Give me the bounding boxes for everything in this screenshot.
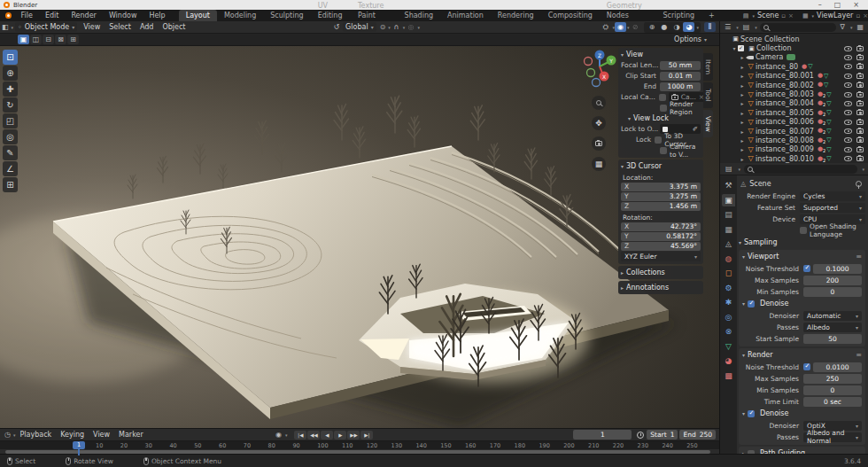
disable-render-camera-icon[interactable]	[856, 147, 864, 152]
timeline-tick[interactable]: 250	[686, 442, 697, 449]
exclude-checkbox[interactable]	[738, 45, 744, 51]
collapsed-panel[interactable]: ▸Collections	[618, 266, 703, 279]
hide-viewport-eye-icon[interactable]	[844, 55, 852, 60]
hide-viewport-eye-icon[interactable]	[844, 64, 852, 69]
select-mode-extend-icon[interactable]: ◫	[30, 35, 42, 44]
sidebar-tab[interactable]: Item	[703, 53, 713, 81]
outliner-row[interactable]: ▸ instance_80.009 ●2 ▽	[720, 145, 868, 154]
tool-button[interactable]: ⊕	[3, 66, 18, 81]
disable-render-camera-icon[interactable]	[856, 101, 864, 106]
viewport-subpanel-header[interactable]: ▾Viewport ≡	[742, 251, 862, 262]
workspace-tab[interactable]: Texture Paint	[351, 0, 397, 21]
transport-button[interactable]: ▶|	[360, 431, 373, 440]
preset-menu-icon[interactable]: ≡	[856, 253, 862, 261]
lock-3d-cursor-checkbox[interactable]	[655, 136, 662, 144]
properties-tab[interactable]: ◬	[722, 237, 735, 250]
vp-denoise-header[interactable]: ▾ Denoise	[742, 298, 862, 309]
camera-view-icon[interactable]	[592, 136, 606, 151]
disclosure-icon[interactable]: ▸	[739, 54, 746, 60]
outliner-row[interactable]: ▸ instance_80 ● ▽	[720, 62, 868, 71]
timeline-tick[interactable]: 200	[563, 442, 574, 449]
hide-viewport-eye-icon[interactable]	[844, 92, 852, 97]
view-panel-header[interactable]: ▾View	[621, 50, 701, 59]
viewport-render[interactable]	[0, 46, 719, 428]
hide-viewport-eye-icon[interactable]	[844, 101, 852, 106]
outliner-row[interactable]: ▸ Camera	[720, 53, 868, 62]
disclosure-icon[interactable]: ▸	[739, 137, 746, 144]
editor-type-icon[interactable]: ◧	[0, 23, 11, 31]
path-guiding-subpanel[interactable]: ▸ Path Guiding	[739, 447, 865, 454]
vp-passes-dropdown[interactable]: Albedo	[803, 323, 862, 332]
transport-button[interactable]: ▶▶	[347, 431, 360, 440]
disclosure-icon[interactable]: ▸	[739, 128, 746, 135]
properties-search-input[interactable]	[744, 165, 857, 174]
current-frame-field[interactable]: 1	[573, 430, 632, 440]
zoom-icon[interactable]	[592, 96, 606, 110]
workspace-tab[interactable]: Sculpting	[263, 10, 310, 21]
hide-viewport-eye-icon[interactable]	[844, 74, 852, 79]
options-dropdown[interactable]: Options	[674, 35, 707, 43]
disclosure-icon[interactable]: ▸	[739, 64, 746, 70]
shading-material-icon[interactable]: ◑	[670, 22, 682, 32]
timeline-tick[interactable]: 210	[588, 442, 599, 449]
vp-start-sample[interactable]: 50	[803, 334, 862, 344]
disable-render-camera-icon[interactable]	[856, 46, 864, 51]
disclosure-icon[interactable]: ▸	[739, 156, 746, 162]
outliner-editor-icon[interactable]: ☰	[723, 23, 732, 31]
snap-magnet-icon[interactable]: ∩	[391, 22, 402, 32]
cursor-location-field[interactable]: Z1.456 m	[621, 202, 701, 211]
viewport-3d[interactable]: ⊡⊕✚↻◰◎✎∠⊞ Z Y X ✥ ▦ ▾View	[0, 46, 719, 428]
cursor-rotation-field[interactable]: Y0.58172°	[621, 232, 701, 241]
transport-button[interactable]: |◀	[294, 431, 306, 440]
disable-render-camera-icon[interactable]	[856, 137, 864, 143]
r-max-samples[interactable]: 250	[803, 374, 862, 384]
select-mode-intersect-icon[interactable]: ⊞	[67, 35, 79, 44]
properties-tab[interactable]: ⊗	[722, 325, 735, 338]
cursor-rotation-field[interactable]: Z45.569°	[621, 242, 701, 251]
pivot-point-icon[interactable]: ⊙	[378, 23, 388, 31]
display-mode-icon[interactable]: ▤	[741, 23, 752, 31]
timeline-tick[interactable]: 240	[662, 442, 672, 449]
pan-hand-icon[interactable]: ✥	[592, 116, 606, 130]
properties-tab[interactable]: ▽	[722, 340, 735, 353]
properties-tab[interactable]: ▩	[722, 370, 735, 382]
select-mode-set-icon[interactable]: ▣	[18, 35, 29, 44]
hide-viewport-eye-icon[interactable]	[844, 147, 852, 152]
hide-viewport-eye-icon[interactable]	[844, 46, 852, 51]
timeline-tick[interactable]: 160	[465, 442, 476, 449]
tool-button[interactable]: ◰	[3, 113, 18, 128]
disable-render-camera-icon[interactable]	[856, 128, 864, 134]
hide-viewport-eye-icon[interactable]	[844, 137, 852, 143]
workspace-tab[interactable]: +	[701, 10, 722, 21]
properties-tab[interactable]: ◕	[722, 354, 735, 367]
viewport-menu[interactable]: View	[79, 23, 105, 31]
r-passes-dropdown[interactable]: Albedo and Normal	[803, 432, 862, 442]
timeline-tick[interactable]: 60	[219, 442, 226, 449]
properties-tab[interactable]: ▦	[722, 223, 735, 236]
collapsed-panel[interactable]: ▸Annotations	[618, 281, 703, 294]
disable-render-camera-icon[interactable]	[856, 64, 864, 69]
value-field[interactable]: 0.01 m	[660, 72, 701, 81]
outliner-row[interactable]: ▸ instance_80.005 ●2 ▽	[720, 108, 868, 117]
feature-set-dropdown[interactable]: Supported	[800, 203, 865, 213]
cursor-panel-header[interactable]: ▾3D Cursor	[621, 161, 701, 171]
workspace-tab[interactable]: UV Editing	[311, 0, 351, 21]
disable-render-camera-icon[interactable]	[856, 74, 864, 79]
vp-max-samples[interactable]: 200	[803, 276, 862, 285]
r-time-limit[interactable]: 0 sec	[803, 397, 862, 407]
proportional-editing-icon[interactable]: ◎	[405, 22, 416, 32]
select-mode-invert-icon[interactable]: ⊠	[55, 35, 66, 44]
viewport-menu[interactable]: Object	[158, 23, 190, 31]
topbar-menu[interactable]: Help	[143, 12, 171, 19]
timeline-tick[interactable]: 120	[367, 442, 377, 449]
properties-tab[interactable]: ▣	[722, 194, 735, 206]
disable-render-camera-icon[interactable]	[856, 156, 864, 161]
workspace-tab[interactable]: Modeling	[217, 10, 263, 21]
r-noise-checkbox[interactable]	[803, 363, 810, 370]
timeline-tick[interactable]: 180	[515, 442, 525, 449]
xray-toggle-icon[interactable]: ⊘	[629, 22, 640, 32]
tool-button[interactable]: ⊡	[3, 50, 18, 65]
new-viewlayer-icon[interactable]: ▫	[856, 12, 860, 19]
properties-tab[interactable]: ⚒	[722, 179, 735, 191]
timeline-menu[interactable]: Playback	[16, 431, 57, 439]
